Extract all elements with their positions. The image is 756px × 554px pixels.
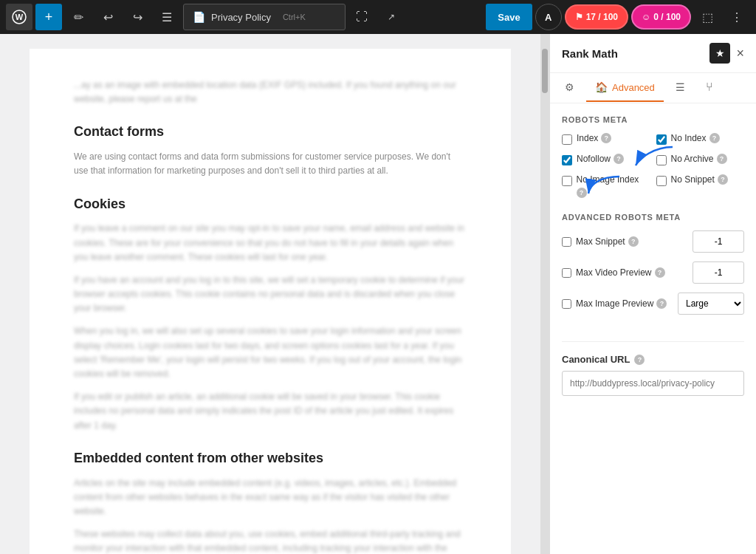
scroll-thumb[interactable] [542,49,548,93]
rm-title: Rank Math [562,47,618,60]
advanced-tab-icon: 🏠 [595,81,608,93]
rm-star-button[interactable]: ★ [709,43,730,64]
social-tab-icon: ⑂ [706,81,713,94]
rank-math-panel: Rank Math ★ × ⚙ 🏠 Advanced ☰ [549,34,756,554]
max-video-preview-input[interactable] [693,261,744,284]
main-layout: ...ay as an image with embedded location… [0,34,756,554]
editor-content: ...ay as an image with embedded location… [30,49,511,554]
max-image-preview-select[interactable]: None Standard Large [678,293,744,315]
no-index-help-icon[interactable]: ? [709,133,720,143]
no-index-checkbox[interactable] [656,134,667,145]
external-icon: ↗ [388,12,395,22]
add-block-button[interactable]: + [35,4,62,30]
scroll-track[interactable] [540,34,549,554]
max-video-preview-left: Max Video Preview ? [562,267,665,278]
rm-body: ROBOTS META Index ? No Inde [550,103,756,341]
max-video-preview-label[interactable]: Max Video Preview ? [576,267,665,278]
max-video-preview-row: Max Video Preview ? [562,261,744,284]
canonical-url-label: Canonical URL ? [562,354,744,365]
no-index-label[interactable]: No Index ? [671,133,720,143]
max-snippet-help-icon[interactable]: ? [628,236,639,247]
max-snippet-checkbox[interactable] [562,237,571,247]
no-snippet-help-icon[interactable]: ? [718,174,728,185]
max-image-preview-left: Max Image Preview ? [562,298,667,309]
rm-header: Rank Math ★ × [550,34,756,73]
screen-options-button[interactable]: ⛶ [348,4,375,30]
doc-title: Privacy Policy [211,12,271,23]
max-image-preview-checkbox[interactable] [562,299,571,309]
cookies-text-1: If you leave a comment on our site you m… [74,222,467,264]
no-image-index-label[interactable]: No Image Index ? [577,174,650,198]
cookies-text-3: When you log in, we will also set up sev… [74,324,467,381]
embedded-text-2: These websites may collect data about yo… [74,527,467,554]
rm-close-button[interactable]: × [736,47,744,60]
nofollow-checkbox-item: Nofollow ? [562,154,650,165]
doc-shortcut: Ctrl+K [283,13,306,21]
embedded-text-1: Articles on the site may include embedde… [74,476,467,519]
astra-button[interactable]: A [535,4,562,30]
max-image-preview-label[interactable]: Max Image Preview ? [576,298,667,309]
nofollow-label[interactable]: Nofollow ? [577,154,624,164]
no-archive-label[interactable]: No Archive ? [671,154,727,164]
undo-button[interactable]: ↩ [94,4,121,30]
index-help-icon[interactable]: ? [601,133,611,143]
contact-forms-text: We are using contact forms and data form… [74,150,467,178]
tab-advanced[interactable]: 🏠 Advanced [586,74,664,102]
redo-icon: ↪ [133,10,142,24]
no-archive-checkbox[interactable] [656,155,667,165]
editor-area[interactable]: ...ay as an image with embedded location… [0,34,540,554]
no-image-index-help-icon[interactable]: ? [577,188,587,198]
nofollow-help-icon[interactable]: ? [614,154,624,164]
robots-meta-label: ROBOTS META [562,115,744,124]
undo-icon: ↩ [103,10,113,24]
advanced-robots-meta-section: ADVANCED ROBOTS META Max Snippet ? [562,213,744,315]
max-image-preview-row: Max Image Preview ? None Standard Large [562,293,744,315]
canonical-url-help-icon[interactable]: ? [634,355,645,365]
readability-score-button[interactable]: ☺ 0 / 100 [631,4,691,30]
max-video-preview-checkbox[interactable] [562,268,571,278]
tab-social[interactable]: ⑂ [697,73,722,103]
advanced-robots-meta-label: ADVANCED ROBOTS META [562,213,744,222]
smile-icon: ☺ [642,12,650,22]
pencil-icon: ✏ [74,10,83,24]
contact-forms-heading: Contact forms [74,121,467,143]
cookies-text-2: If you have an account and you log in to… [74,273,467,316]
max-snippet-label[interactable]: Max Snippet ? [576,236,639,247]
pencil-button[interactable]: ✏ [65,4,92,30]
external-link-button[interactable]: ↗ [378,4,405,30]
no-snippet-checkbox-item: No Snippet ? [656,174,745,198]
tab-schema[interactable]: ☰ [667,74,694,102]
blurred-top-text: ...ay as an image with embedded location… [74,78,467,106]
no-image-index-checkbox[interactable] [562,176,572,186]
cookies-text-4: If you edit or publish an article, an ad… [74,390,467,433]
no-archive-help-icon[interactable]: ? [717,154,727,164]
index-checkbox[interactable] [562,134,572,145]
tab-settings[interactable]: ⚙ [556,74,583,102]
save-button[interactable]: Save [486,4,532,30]
more-icon: ⋮ [731,10,743,24]
close-icon: × [736,46,744,61]
max-image-preview-help-icon[interactable]: ? [656,298,667,309]
max-video-preview-help-icon[interactable]: ? [655,267,665,278]
no-snippet-checkbox[interactable] [656,176,667,186]
document-title-button[interactable]: 📄 Privacy Policy Ctrl+K [183,4,346,30]
wp-logo[interactable]: W [6,4,32,30]
layout-button[interactable]: ⬚ [694,4,721,30]
redo-button[interactable]: ↪ [124,4,151,30]
robots-meta-section: ROBOTS META Index ? No Inde [562,115,744,198]
svg-text:W: W [16,13,24,21]
no-archive-checkbox-item: No Archive ? [656,154,745,165]
schema-tab-icon: ☰ [676,81,685,93]
cookies-heading: Cookies [74,194,467,215]
layout-icon: ⬚ [702,10,713,24]
seo-score-button[interactable]: ⚑ 17 / 100 [565,4,628,30]
canonical-url-input[interactable] [562,371,744,396]
nofollow-checkbox[interactable] [562,155,572,165]
settings-tab-icon: ⚙ [565,81,574,93]
list-view-button[interactable]: ☰ [154,4,180,30]
max-snippet-row: Max Snippet ? [562,230,744,253]
more-options-button[interactable]: ⋮ [724,4,750,30]
max-snippet-input[interactable] [693,230,744,253]
index-label[interactable]: Index ? [577,133,611,143]
no-snippet-label[interactable]: No Snippet ? [671,174,728,185]
